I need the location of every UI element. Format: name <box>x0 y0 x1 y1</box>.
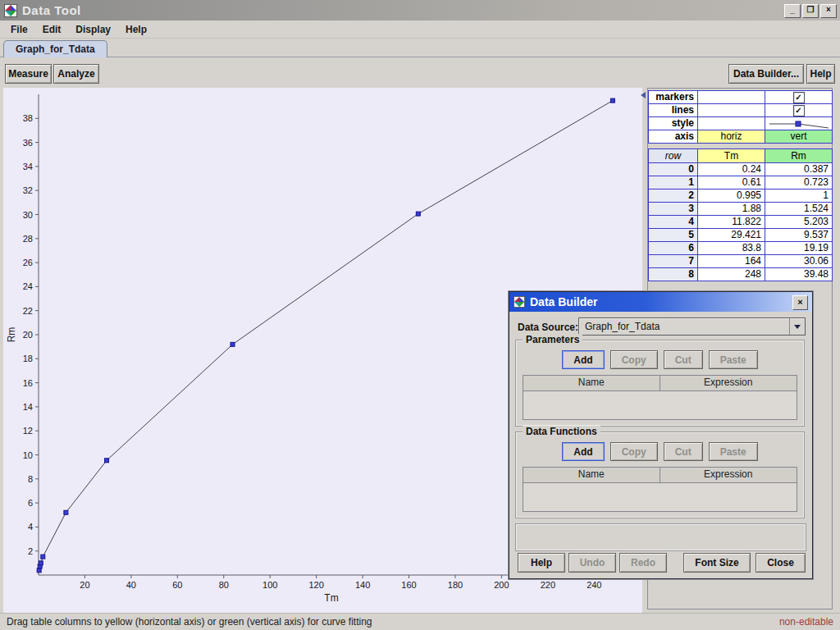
table-cell[interactable]: 1.88 <box>698 203 765 216</box>
toolbar-help-button[interactable]: Help <box>806 64 835 84</box>
table-cell[interactable]: 2 <box>649 189 698 203</box>
close-button[interactable]: × <box>820 4 837 18</box>
table-cell[interactable]: 1 <box>765 189 833 203</box>
dialog-close-action-button[interactable]: Close <box>756 553 806 573</box>
style-label[interactable]: style <box>649 117 698 130</box>
table-row[interactable]: 411.8225.203 <box>649 216 833 229</box>
table-body: 00.240.38710.610.72320.995131.881.524411… <box>649 163 833 281</box>
splitter-collapse-icon[interactable] <box>641 92 646 98</box>
table-cell[interactable]: 1.524 <box>765 203 833 216</box>
undo-button[interactable]: Undo <box>568 553 616 573</box>
table-cell[interactable]: 11.822 <box>698 216 765 229</box>
svg-text:22: 22 <box>23 306 33 316</box>
dialog-close-button[interactable]: × <box>792 295 808 310</box>
table-cell[interactable]: 164 <box>698 255 765 268</box>
dialog-title-bar[interactable]: Data Builder <box>509 292 812 312</box>
lines-label[interactable]: lines <box>649 104 698 117</box>
lines-checkbox[interactable]: ✓ <box>793 105 805 116</box>
axis-label[interactable]: axis <box>649 130 698 144</box>
parameters-paste-button[interactable]: Paste <box>709 350 758 369</box>
expression-column-header[interactable]: Expression <box>660 376 797 390</box>
svg-text:30: 30 <box>23 210 33 220</box>
table-cell[interactable]: 0.723 <box>765 176 833 189</box>
table-row[interactable]: 824839.48 <box>649 268 833 281</box>
table-cell[interactable]: 0.61 <box>698 176 765 189</box>
table-cell[interactable]: 6 <box>649 242 698 255</box>
data-builder-button[interactable]: Data Builder... <box>728 64 804 84</box>
row-header[interactable]: row <box>649 149 698 163</box>
svg-text:14: 14 <box>23 402 33 412</box>
parameters-copy-button[interactable]: Copy <box>610 350 658 369</box>
svg-text:20: 20 <box>80 580 89 590</box>
rm-column-header[interactable]: Rm <box>765 149 833 163</box>
tab-graph-for-tdata[interactable]: Graph_for_Tdata <box>3 40 107 57</box>
table-row[interactable]: 31.881.524 <box>649 203 833 216</box>
table-cell[interactable]: 0.387 <box>765 163 833 176</box>
name-column-header[interactable]: Name <box>523 376 660 390</box>
markers-checkbox[interactable]: ✓ <box>793 92 805 103</box>
parameters-cut-button[interactable]: Cut <box>664 350 703 369</box>
axis-vert-cell[interactable]: vert <box>765 130 833 144</box>
data-table: row Tm Rm 00.240.38710.610.72320.995131.… <box>648 148 833 281</box>
svg-text:18: 18 <box>23 354 33 363</box>
menu-help[interactable]: Help <box>118 22 154 37</box>
menu-display[interactable]: Display <box>68 22 118 37</box>
functions-add-button[interactable]: Add <box>562 442 604 461</box>
table-cell[interactable]: 4 <box>649 216 698 229</box>
measure-button[interactable]: Measure <box>5 64 52 84</box>
dialog-help-button[interactable]: Help <box>518 553 565 573</box>
table-cell[interactable]: 8 <box>649 268 698 281</box>
markers-label[interactable]: markers <box>649 91 698 104</box>
parameters-add-button[interactable]: Add <box>562 350 604 369</box>
table-row[interactable]: 683.819.19 <box>649 242 833 255</box>
table-row[interactable]: 10.610.723 <box>649 176 833 189</box>
table-cell[interactable]: 9.537 <box>765 229 833 242</box>
message-panel <box>515 523 806 551</box>
check-icon: ✓ <box>795 104 801 116</box>
tm-column-header[interactable]: Tm <box>698 149 765 163</box>
table-cell[interactable]: 0.995 <box>698 189 765 203</box>
menu-edit[interactable]: Edit <box>35 22 69 37</box>
table-header-row: row Tm Rm <box>649 149 833 163</box>
font-size-button[interactable]: Font Size <box>683 553 751 573</box>
table-cell[interactable]: 248 <box>698 268 765 281</box>
table-row[interactable]: 716430.06 <box>649 255 833 268</box>
app-window: Data Tool _ ❐ × File Edit Display Help G… <box>0 0 840 630</box>
lines-checkbox-cell[interactable]: ✓ <box>765 104 833 117</box>
table-cell[interactable]: 3 <box>649 203 698 216</box>
table-cell[interactable]: 30.06 <box>765 255 833 268</box>
data-source-combobox[interactable]: Graph_for_Tdata <box>578 317 806 336</box>
name-column-header[interactable]: Name <box>523 468 660 482</box>
table-cell[interactable]: 5 <box>649 229 698 242</box>
table-cell[interactable]: 19.19 <box>765 242 833 255</box>
parameters-group-title: Parameters <box>523 334 582 345</box>
table-cell[interactable]: 7 <box>649 255 698 268</box>
table-cell[interactable]: 0.24 <box>698 163 765 176</box>
table-row[interactable]: 00.240.387 <box>649 163 833 176</box>
svg-text:240: 240 <box>587 580 601 590</box>
table-cell[interactable]: 39.48 <box>765 268 833 281</box>
table-row[interactable]: 20.9951 <box>649 189 833 203</box>
expression-column-header[interactable]: Expression <box>660 468 797 482</box>
markers-checkbox-cell[interactable]: ✓ <box>765 91 833 104</box>
menu-file[interactable]: File <box>3 22 35 37</box>
parameters-table[interactable]: Name Expression <box>523 375 797 420</box>
tab-strip: Graph_for_Tdata <box>0 39 840 57</box>
table-cell[interactable]: 83.8 <box>698 242 765 255</box>
functions-copy-button[interactable]: Copy <box>610 442 658 461</box>
table-cell[interactable]: 1 <box>649 176 698 189</box>
functions-cut-button[interactable]: Cut <box>664 442 703 461</box>
table-cell[interactable]: 29.421 <box>698 229 765 242</box>
table-cell[interactable]: 0 <box>649 163 698 176</box>
combo-dropdown-button[interactable] <box>789 318 805 335</box>
style-preview-cell[interactable] <box>765 117 833 130</box>
analyze-button[interactable]: Analyze <box>53 64 99 84</box>
restore-button[interactable]: ❐ <box>802 4 819 18</box>
table-row[interactable]: 529.4219.537 <box>649 229 833 242</box>
minimize-button[interactable]: _ <box>784 4 801 18</box>
redo-button[interactable]: Redo <box>619 553 667 573</box>
data-functions-table[interactable]: Name Expression <box>523 467 797 512</box>
axis-horiz-cell[interactable]: horiz <box>698 130 765 144</box>
functions-paste-button[interactable]: Paste <box>709 442 758 461</box>
table-cell[interactable]: 5.203 <box>765 216 833 229</box>
